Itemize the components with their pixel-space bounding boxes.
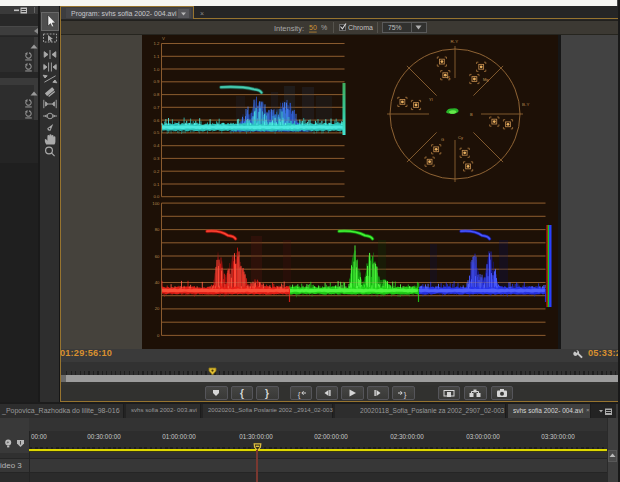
svg-text:{: { <box>297 390 300 399</box>
svg-text:}: } <box>404 390 407 399</box>
svg-text:G: G <box>441 137 444 142</box>
svg-text:1.0: 1.0 <box>154 67 161 72</box>
svg-text:20: 20 <box>155 306 160 311</box>
svg-text:0.8: 0.8 <box>154 92 161 97</box>
svg-text:0.4: 0.4 <box>154 143 161 148</box>
svg-text:100: 100 <box>152 201 160 206</box>
svg-text:Yl: Yl <box>429 97 433 102</box>
svg-text:{: { <box>240 388 244 399</box>
svg-text:40: 40 <box>155 280 160 285</box>
svg-text:1.1: 1.1 <box>154 54 161 59</box>
svg-text:0.5: 0.5 <box>154 130 161 135</box>
svg-text:80: 80 <box>155 227 160 232</box>
svg-text:R: R <box>447 75 450 80</box>
svg-text:Cy: Cy <box>458 135 463 140</box>
svg-text:60: 60 <box>155 254 160 259</box>
svg-text:B-Y: B-Y <box>522 102 529 107</box>
svg-text:0.2: 0.2 <box>154 169 161 174</box>
svg-text:0.1: 0.1 <box>154 182 161 187</box>
svg-text:1.2: 1.2 <box>154 41 161 46</box>
svg-text:0.7: 0.7 <box>154 105 161 110</box>
svg-text:Mg: Mg <box>483 77 489 82</box>
svg-text:0.3: 0.3 <box>154 156 161 161</box>
svg-text:B: B <box>470 112 473 117</box>
svg-text:0.0: 0.0 <box>154 194 161 199</box>
svg-text:0.6: 0.6 <box>154 118 161 123</box>
svg-text:R-Y: R-Y <box>451 39 459 44</box>
svg-text:}: } <box>265 388 269 399</box>
svg-text:0.9: 0.9 <box>154 79 161 84</box>
svg-text:V: V <box>162 36 165 41</box>
